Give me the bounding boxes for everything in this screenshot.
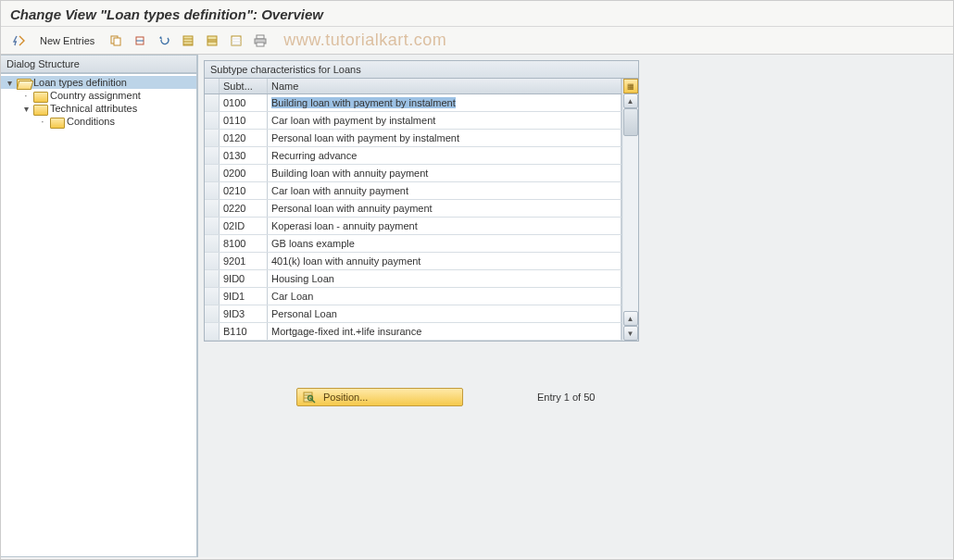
row-selector[interactable] bbox=[205, 182, 220, 199]
toggle-display-change-icon[interactable] bbox=[8, 31, 29, 50]
expander-icon[interactable]: · bbox=[38, 117, 47, 127]
cell-subtype[interactable]: 02ID bbox=[220, 218, 268, 234]
cell-subtype[interactable]: 0120 bbox=[220, 130, 268, 146]
cell-subtype[interactable]: B110 bbox=[220, 323, 268, 340]
new-entries-button[interactable]: New Entries bbox=[32, 31, 102, 50]
cell-name[interactable]: Personal loan with payment by instalment bbox=[268, 130, 621, 146]
tree-item-country-assignment[interactable]: ·Country assignment bbox=[1, 89, 196, 102]
row-selector[interactable] bbox=[205, 305, 220, 322]
undo-icon[interactable] bbox=[154, 31, 174, 50]
cell-name[interactable]: GB loans example bbox=[268, 235, 621, 252]
column-header-subtype[interactable]: Subt... bbox=[220, 79, 268, 93]
table-row[interactable]: 0210Car loan with annuity payment bbox=[205, 182, 621, 200]
tree-item-label: Country assignment bbox=[50, 90, 141, 101]
cell-name[interactable]: Koperasi loan - annuity payment bbox=[268, 218, 621, 234]
subtype-table: Subtype characteristics for Loans Subt..… bbox=[204, 60, 639, 342]
tree-item-conditions[interactable]: ·Conditions bbox=[1, 115, 196, 128]
deselect-all-icon[interactable] bbox=[226, 31, 246, 50]
print-icon[interactable] bbox=[250, 31, 270, 50]
cell-subtype[interactable]: 9201 bbox=[220, 253, 268, 269]
expander-icon[interactable]: · bbox=[21, 91, 31, 101]
table-row[interactable]: 9ID3Personal Loan bbox=[205, 305, 621, 323]
row-selector[interactable] bbox=[205, 165, 220, 181]
vertical-scrollbar[interactable]: ▦ ▲ ▲ ▼ bbox=[621, 79, 638, 341]
cell-subtype[interactable]: 0210 bbox=[220, 182, 268, 199]
cell-name[interactable]: Car loan with payment by instalment bbox=[268, 112, 621, 129]
table-row[interactable]: 9ID1Car Loan bbox=[205, 288, 621, 305]
cell-name[interactable]: Recurring advance bbox=[268, 147, 621, 164]
scroll-thumb[interactable] bbox=[623, 108, 638, 136]
tree-item-technical-attributes[interactable]: ▾Technical attributes bbox=[1, 102, 196, 115]
delete-icon[interactable] bbox=[130, 31, 150, 50]
cell-subtype[interactable]: 0130 bbox=[220, 147, 268, 164]
folder-icon bbox=[33, 90, 47, 101]
scroll-up-icon[interactable]: ▲ bbox=[623, 93, 638, 108]
table-row[interactable]: 0100Building loan with payment by instal… bbox=[205, 94, 621, 112]
table-row[interactable]: 9ID0Housing Loan bbox=[205, 270, 621, 288]
cell-subtype[interactable]: 8100 bbox=[220, 235, 268, 252]
row-selector[interactable] bbox=[205, 200, 220, 217]
cell-subtype[interactable]: 0220 bbox=[220, 200, 268, 217]
table-row[interactable]: 8100GB loans example bbox=[205, 235, 621, 253]
cell-name[interactable]: Personal Loan bbox=[268, 305, 621, 322]
table-footer: Position... Entry 1 of 50 bbox=[204, 388, 948, 406]
cell-name[interactable]: Building loan with payment by instalment bbox=[268, 94, 621, 111]
select-block-icon[interactable] bbox=[202, 31, 222, 50]
expander-icon[interactable]: ▾ bbox=[21, 104, 31, 114]
watermark-text: www.tutorialkart.com bbox=[283, 31, 446, 50]
copy-as-icon[interactable] bbox=[106, 31, 126, 50]
cell-name[interactable]: Car Loan bbox=[268, 288, 621, 305]
select-all-icon[interactable] bbox=[178, 31, 198, 50]
scroll-down-icon[interactable]: ▼ bbox=[623, 326, 638, 341]
expander-icon[interactable]: ▾ bbox=[5, 78, 14, 88]
position-button-label: Position... bbox=[323, 392, 368, 403]
cell-name[interactable]: Mortgage-fixed int.+life insurance bbox=[268, 323, 621, 340]
table-row[interactable]: B110Mortgage-fixed int.+life insurance bbox=[205, 323, 621, 341]
tree-item-loan-types-definition[interactable]: ▾Loan types definition bbox=[1, 76, 196, 89]
column-header-name[interactable]: Name bbox=[268, 79, 621, 93]
row-selector[interactable] bbox=[205, 112, 220, 129]
cell-subtype[interactable]: 9ID1 bbox=[220, 288, 268, 305]
cell-subtype[interactable]: 9ID0 bbox=[220, 270, 268, 287]
table-row[interactable]: 0120Personal loan with payment by instal… bbox=[205, 130, 621, 147]
row-selector[interactable] bbox=[205, 253, 220, 269]
cell-name[interactable]: Car loan with annuity payment bbox=[268, 182, 621, 199]
cell-subtype[interactable]: 0110 bbox=[220, 112, 268, 129]
configure-columns-icon[interactable]: ▦ bbox=[623, 79, 638, 93]
row-selector[interactable] bbox=[205, 288, 220, 305]
cell-name[interactable]: Personal loan with annuity payment bbox=[268, 200, 621, 217]
row-selector[interactable] bbox=[205, 147, 220, 164]
cell-name[interactable]: 401(k) loan with annuity payment bbox=[268, 253, 621, 269]
main-panel: Subtype characteristics for Loans Subt..… bbox=[198, 55, 953, 557]
position-icon bbox=[303, 391, 316, 404]
dialog-structure-heading: Dialog Structure bbox=[1, 55, 197, 73]
scroll-track[interactable] bbox=[623, 108, 638, 311]
entry-count-label: Entry 1 of 50 bbox=[537, 392, 595, 403]
toolbar: New Entries www.tutorialkart.com bbox=[1, 27, 953, 55]
cell-name[interactable]: Housing Loan bbox=[268, 270, 621, 287]
row-selector[interactable] bbox=[205, 130, 220, 146]
position-button[interactable]: Position... bbox=[296, 388, 463, 406]
table-row[interactable]: 9201401(k) loan with annuity payment bbox=[205, 253, 621, 270]
table-row[interactable]: 02IDKoperasi loan - annuity payment bbox=[205, 218, 621, 235]
table-row[interactable]: 0110Car loan with payment by instalment bbox=[205, 112, 621, 130]
cell-subtype[interactable]: 0100 bbox=[220, 94, 268, 111]
folder-icon bbox=[50, 116, 64, 127]
row-selector[interactable] bbox=[205, 235, 220, 252]
tree-item-label: Loan types definition bbox=[33, 77, 127, 88]
row-selector[interactable] bbox=[205, 270, 220, 287]
table-row[interactable]: 0200Building loan with annuity payment bbox=[205, 165, 621, 182]
row-selector[interactable] bbox=[205, 94, 220, 111]
cell-subtype[interactable]: 0200 bbox=[220, 165, 268, 181]
table-row[interactable]: 0130Recurring advance bbox=[205, 147, 621, 165]
row-selector[interactable] bbox=[205, 323, 220, 340]
folder-open-icon bbox=[17, 77, 31, 88]
tree-item-label: Technical attributes bbox=[50, 103, 137, 114]
cell-name[interactable]: Building loan with annuity payment bbox=[268, 165, 621, 181]
tree-item-label: Conditions bbox=[67, 116, 115, 127]
cell-subtype[interactable]: 9ID3 bbox=[220, 305, 268, 322]
svg-rect-5 bbox=[207, 39, 217, 43]
table-row[interactable]: 0220Personal loan with annuity payment bbox=[205, 200, 621, 218]
row-selector[interactable] bbox=[205, 218, 220, 234]
scroll-down-near-icon[interactable]: ▲ bbox=[623, 311, 638, 326]
